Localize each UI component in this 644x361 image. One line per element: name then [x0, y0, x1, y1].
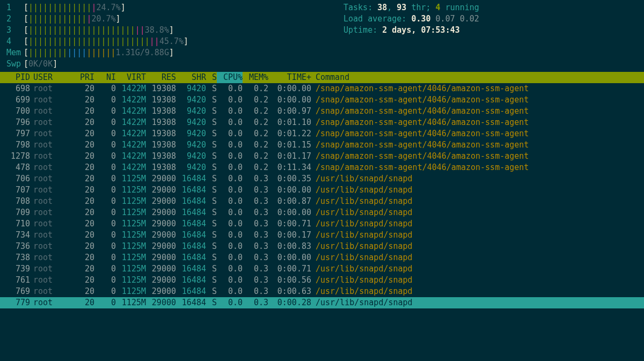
user: root — [30, 252, 73, 263]
mem: 0.3 — [243, 230, 268, 241]
time: 0:00.35 — [268, 173, 311, 185]
process-row[interactable]: 738root2001125M2900016484S0.00.30:00.00/… — [0, 252, 644, 263]
res: 19308 — [146, 83, 176, 94]
process-list[interactable]: 698root2001422M193089420S0.00.20:00.00/s… — [0, 83, 644, 308]
col-time[interactable]: TIME+ — [268, 72, 311, 83]
col-res[interactable]: RES — [146, 72, 176, 83]
command: /usr/lib/snapd/snapd — [311, 286, 644, 297]
virt: 1125M — [116, 241, 146, 252]
pid: 706 — [0, 173, 30, 185]
process-table-header[interactable]: PID USER PRI NI VIRT RES SHR S CPU% MEM%… — [0, 72, 644, 83]
col-shr[interactable]: SHR — [176, 72, 206, 83]
virt: 1422M — [116, 83, 146, 94]
pri: 20 — [73, 230, 94, 241]
col-cpu[interactable]: CPU% — [217, 72, 243, 83]
process-row[interactable]: 1278root2001422M193089420S0.00.20:01.17/… — [0, 151, 644, 162]
state: S — [206, 241, 217, 252]
command: /snap/amazon-ssm-agent/4046/amazon-ssm-a… — [311, 83, 644, 94]
process-row[interactable]: 796root2001422M193089420S0.00.20:01.10/s… — [0, 117, 644, 128]
pri: 20 — [73, 297, 94, 308]
res: 29000 — [146, 230, 176, 241]
system-summary: Tasks: 38 , 93 thr; 4 running Load avera… — [343, 2, 479, 36]
time: 0:00.00 — [268, 185, 311, 196]
command: /usr/lib/snapd/snapd — [311, 297, 644, 308]
tasks-count: 38 — [377, 2, 387, 13]
process-row[interactable]: 478root2001422M193089420S0.00.20:11.34/s… — [0, 162, 644, 173]
col-ni[interactable]: NI — [94, 72, 116, 83]
process-row[interactable]: 736root2001125M2900016484S0.00.30:00.83/… — [0, 241, 644, 252]
pri: 20 — [73, 106, 94, 117]
command: /snap/amazon-ssm-agent/4046/amazon-ssm-a… — [311, 139, 644, 151]
mem: 0.2 — [243, 151, 268, 162]
ni: 0 — [94, 196, 116, 207]
mem: 0.2 — [243, 94, 268, 106]
time: 0:00.71 — [268, 218, 311, 230]
state: S — [206, 252, 217, 263]
state: S — [206, 106, 217, 117]
pid: 708 — [0, 196, 30, 207]
res: 29000 — [146, 275, 176, 286]
pid: 769 — [0, 286, 30, 297]
cpu-meter-4: 4 [||||||||||||||||||||||||||| 45.7%] — [6, 36, 638, 47]
virt: 1422M — [116, 128, 146, 139]
col-cmd[interactable]: Command — [311, 72, 644, 83]
load-1m: 0.30 — [411, 13, 430, 25]
user: root — [30, 151, 73, 162]
ni: 0 — [94, 94, 116, 106]
col-pid[interactable]: PID — [0, 72, 30, 83]
user: root — [30, 162, 73, 173]
ni: 0 — [94, 263, 116, 275]
col-pri[interactable]: PRI — [73, 72, 94, 83]
ni: 0 — [94, 162, 116, 173]
process-row[interactable]: 761root2001125M2900016484S0.00.30:00.56/… — [0, 275, 644, 286]
mem: 0.3 — [243, 275, 268, 286]
command: /usr/lib/snapd/snapd — [311, 218, 644, 230]
col-s[interactable]: S — [206, 72, 217, 83]
time: 0:01.10 — [268, 117, 311, 128]
process-row[interactable]: 698root2001422M193089420S0.00.20:00.00/s… — [0, 83, 644, 94]
shr: 16484 — [176, 230, 206, 241]
command: /snap/amazon-ssm-agent/4046/amazon-ssm-a… — [311, 94, 644, 106]
shr: 16484 — [176, 196, 206, 207]
cpu: 0.0 — [217, 94, 243, 106]
mem: 0.3 — [243, 263, 268, 275]
ni: 0 — [94, 230, 116, 241]
pid: 709 — [0, 207, 30, 218]
process-row[interactable]: 734root2001125M2900016484S0.00.30:00.17/… — [0, 230, 644, 241]
res: 29000 — [146, 286, 176, 297]
command: /usr/lib/snapd/snapd — [311, 230, 644, 241]
process-row[interactable]: 779root2001125M2900016484S0.00.30:00.28/… — [0, 297, 644, 308]
res: 29000 — [146, 252, 176, 263]
state: S — [206, 185, 217, 196]
col-mem[interactable]: MEM% — [243, 72, 268, 83]
process-row[interactable]: 798root2001422M193089420S0.00.20:01.15/s… — [0, 139, 644, 151]
uptime-value: 2 days, 07:53:43 — [382, 25, 460, 36]
process-row[interactable]: 699root2001422M193089420S0.00.20:00.00/s… — [0, 94, 644, 106]
res: 19308 — [146, 139, 176, 151]
shr: 16484 — [176, 241, 206, 252]
process-row[interactable]: 700root2001422M193089420S0.00.20:00.97/s… — [0, 106, 644, 117]
cpu: 0.0 — [217, 83, 243, 94]
user: root — [30, 297, 73, 308]
cpu: 0.0 — [217, 218, 243, 230]
time: 0:00.56 — [268, 275, 311, 286]
col-user[interactable]: USER — [30, 72, 73, 83]
ni: 0 — [94, 207, 116, 218]
process-row[interactable]: 710root2001125M2900016484S0.00.30:00.71/… — [0, 218, 644, 230]
pid: 734 — [0, 230, 30, 241]
process-row[interactable]: 769root2001125M2900016484S0.00.30:00.63/… — [0, 286, 644, 297]
process-row[interactable]: 709root2001125M2900016484S0.00.30:00.00/… — [0, 207, 644, 218]
virt: 1422M — [116, 94, 146, 106]
ni: 0 — [94, 117, 116, 128]
virt: 1125M — [116, 252, 146, 263]
process-row[interactable]: 708root2001125M2900016484S0.00.30:00.87/… — [0, 196, 644, 207]
process-row[interactable]: 797root2001422M193089420S0.00.20:01.22/s… — [0, 128, 644, 139]
process-row[interactable]: 707root2001125M2900016484S0.00.30:00.00/… — [0, 185, 644, 196]
command: /snap/amazon-ssm-agent/4046/amazon-ssm-a… — [311, 151, 644, 162]
cpu: 0.0 — [217, 128, 243, 139]
process-row[interactable]: 706root2001125M2900016484S0.00.30:00.35/… — [0, 173, 644, 185]
process-row[interactable]: 739root2001125M2900016484S0.00.30:00.71/… — [0, 263, 644, 275]
col-virt[interactable]: VIRT — [116, 72, 146, 83]
pri: 20 — [73, 185, 94, 196]
state: S — [206, 218, 217, 230]
